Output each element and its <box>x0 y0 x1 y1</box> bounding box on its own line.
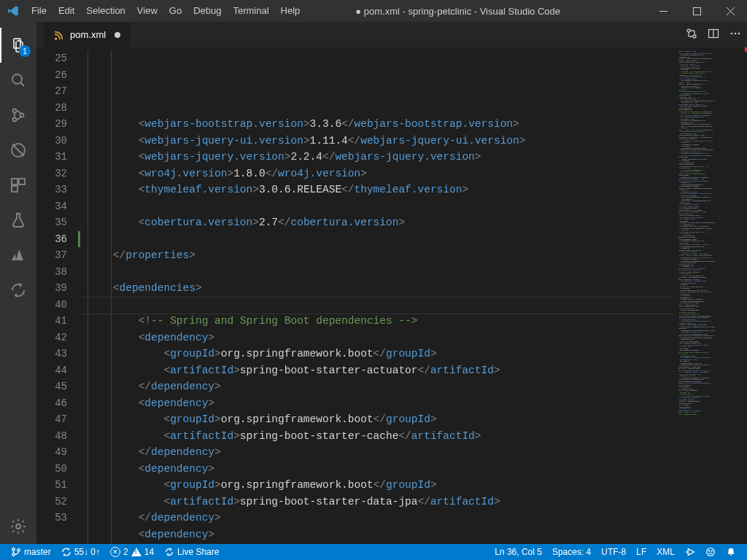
extensions-icon[interactable] <box>0 168 36 203</box>
settings-gear-icon[interactable] <box>0 509 36 544</box>
line-number: 46 <box>42 395 80 412</box>
menu-bar: FileEditSelectionViewGoDebugTerminalHelp <box>26 0 306 22</box>
indentation-status[interactable]: Spaces: 4 <box>547 544 596 560</box>
svg-point-12 <box>693 35 696 38</box>
menu-selection[interactable]: Selection <box>80 0 131 22</box>
svg-rect-1 <box>693 7 700 15</box>
code-line: <artifactId>spring-boot-starter-actuator… <box>88 362 674 379</box>
feedback-smiley-icon[interactable] <box>700 544 721 560</box>
line-number: 29 <box>42 116 80 133</box>
compare-icon[interactable] <box>686 28 697 42</box>
code-line: <groupId>org.springframework.boot</group… <box>88 542 674 544</box>
svg-point-19 <box>18 549 20 552</box>
code-line: <groupId>org.springframework.boot</group… <box>88 346 674 362</box>
explorer-icon[interactable]: 1 <box>0 28 36 63</box>
line-number: 41 <box>42 313 80 330</box>
line-number: 47 <box>42 411 80 428</box>
svg-point-11 <box>687 29 690 32</box>
svg-rect-7 <box>12 179 18 184</box>
more-actions-icon[interactable] <box>729 28 741 42</box>
line-number: 40 <box>42 297 80 314</box>
minimap[interactable]: ▪▪▪▪▪▪▪ ▪▪▪▪▪▪▪▪▪▪ ▪▪▪ ▪▪▪ ▪ ▪▪▪▪▪▪▪▪ ▪ … <box>674 47 747 544</box>
encoding-status[interactable]: UTF-8 <box>596 544 631 560</box>
svg-point-10 <box>16 524 20 529</box>
dirty-indicator-icon <box>115 32 120 38</box>
notifications-bell-icon[interactable] <box>721 544 741 560</box>
maximize-button[interactable] <box>680 0 713 22</box>
code-line: <webjars-jquery.version>2.2.4</webjars-j… <box>88 149 674 166</box>
line-number: 53 <box>42 510 80 526</box>
code-line: </dependency> <box>88 444 674 461</box>
search-icon[interactable] <box>0 63 36 98</box>
code-line: <webjars-bootstrap.version>3.3.6</webjar… <box>88 116 674 133</box>
minimize-button[interactable] <box>646 0 680 22</box>
liveshare-icon[interactable] <box>0 273 36 308</box>
code-line: </dependency> <box>88 378 674 395</box>
git-branch-status[interactable]: master <box>6 544 56 560</box>
window-title: ● pom.xml - spring-petclinic - Visual St… <box>269 6 646 17</box>
line-number: 31 <box>42 149 80 166</box>
feedback-icon[interactable] <box>680 544 700 560</box>
code-line: <!-- Spring and Spring Boot dependencies… <box>88 313 674 330</box>
line-number: 52 <box>42 494 80 510</box>
tab-pom-xml[interactable]: pom.xml <box>44 22 131 47</box>
line-number: 39 <box>42 280 80 297</box>
code-line <box>88 297 674 314</box>
line-number: 48 <box>42 428 80 445</box>
svg-rect-8 <box>19 179 25 184</box>
code-line: <groupId>org.springframework.boot</group… <box>88 477 674 494</box>
explorer-badge: 1 <box>19 45 31 57</box>
svg-point-17 <box>12 548 15 551</box>
line-number: 36 <box>42 231 80 248</box>
menu-edit[interactable]: Edit <box>53 0 80 22</box>
source-control-icon[interactable] <box>0 98 36 133</box>
close-button[interactable] <box>713 0 747 22</box>
svg-point-16 <box>738 33 740 35</box>
menu-file[interactable]: File <box>26 0 53 22</box>
code-line: <artifactId>spring-boot-starter-data-jpa… <box>88 494 674 510</box>
menu-debug[interactable]: Debug <box>187 0 227 22</box>
code-line: <dependency> <box>88 330 674 346</box>
line-number: 30 <box>42 133 80 149</box>
svg-point-18 <box>12 553 15 556</box>
menu-terminal[interactable]: Terminal <box>227 0 274 22</box>
window-controls <box>646 0 747 22</box>
eol-status[interactable]: LF <box>631 544 651 560</box>
svg-point-15 <box>735 33 737 35</box>
menu-go[interactable]: Go <box>163 0 187 22</box>
split-editor-icon[interactable] <box>708 28 719 42</box>
menu-view[interactable]: View <box>131 0 163 22</box>
code-line: </dependency> <box>88 510 674 526</box>
line-number: 50 <box>42 461 80 478</box>
line-number: 32 <box>42 166 80 182</box>
tab-bar: pom.xml <box>36 22 747 47</box>
tab-label: pom.xml <box>70 29 106 40</box>
title-bar: FileEditSelectionViewGoDebugTerminalHelp… <box>0 0 747 22</box>
code-line: <thymeleaf.version>3.0.6.RELEASE</thymel… <box>88 182 674 198</box>
code-area[interactable]: <webjars-bootstrap.version>3.3.6</webjar… <box>82 47 674 544</box>
line-number: 42 <box>42 330 80 346</box>
cursor-position-status[interactable]: Ln 36, Col 5 <box>489 544 547 560</box>
problems-status[interactable]: ✕2 14 <box>105 544 159 560</box>
code-line <box>88 231 674 248</box>
azure-icon[interactable] <box>0 238 36 273</box>
line-number: 51 <box>42 477 80 494</box>
svg-point-20 <box>707 548 715 556</box>
line-number-gutter: 2526272829303132333435363738394041424344… <box>36 47 82 544</box>
code-line <box>88 264 674 281</box>
warning-icon <box>131 548 142 556</box>
code-line: <wro4j.version>1.8.0</wro4j.version> <box>88 166 674 182</box>
language-mode-status[interactable]: XML <box>651 544 680 560</box>
line-number: 25 <box>42 50 80 67</box>
svg-point-14 <box>731 33 733 35</box>
svg-point-2 <box>12 74 22 84</box>
xml-file-icon <box>54 30 64 40</box>
editor-body[interactable]: 2526272829303132333435363738394041424344… <box>36 47 747 544</box>
sync-status[interactable]: 55↓ 0↑ <box>56 544 105 560</box>
liveshare-status[interactable]: Live Share <box>159 544 224 560</box>
code-line: <webjars-jquery-ui.version>1.11.4</webja… <box>88 133 674 149</box>
code-line: <artifactId>spring-boot-starter-cache</a… <box>88 428 674 445</box>
code-line: </properties> <box>88 247 674 264</box>
testing-icon[interactable] <box>0 203 36 238</box>
debug-icon[interactable] <box>0 133 36 168</box>
